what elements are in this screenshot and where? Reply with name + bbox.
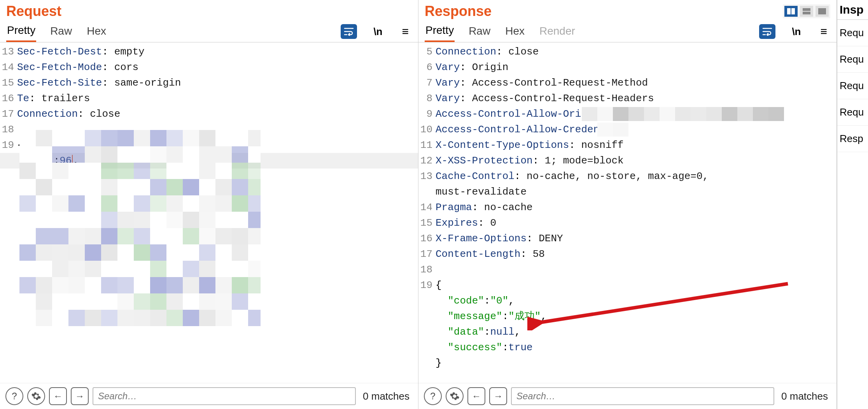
code-line[interactable]: "data":null, (418, 324, 836, 340)
request-header: Request (0, 0, 418, 19)
prev-match-icon[interactable]: ← (49, 387, 67, 405)
help-icon[interactable]: ? (424, 387, 442, 405)
code-line[interactable]: must-revalidate (418, 184, 836, 200)
gear-icon[interactable] (446, 387, 464, 405)
code-line[interactable]: 15Sec-Fetch-Site: same-origin (0, 75, 418, 91)
next-match-icon[interactable]: → (489, 387, 507, 405)
inspector-panel: Insp RequRequRequRequResp (837, 0, 868, 409)
tab-render[interactable]: Render (539, 22, 576, 41)
svg-rect-0 (787, 8, 791, 14)
inspector-item[interactable]: Requ (837, 73, 868, 99)
layout-rows-icon[interactable] (800, 6, 813, 17)
menu-icon[interactable]: ≡ (817, 25, 830, 38)
tab-hex[interactable]: Hex (86, 22, 107, 41)
wrap-toggle-icon[interactable] (759, 24, 775, 39)
tab-pretty[interactable]: Pretty (6, 21, 36, 42)
response-tabrow: Pretty Raw Hex Render \n ≡ (418, 19, 836, 42)
request-code[interactable]: 13Sec-Fetch-Dest: empty14Sec-Fetch-Mode:… (0, 42, 418, 383)
code-line[interactable]: 6Vary: Origin (418, 60, 836, 75)
code-line[interactable]: 10Access-Control-Allow-Credentia (418, 122, 836, 137)
svg-rect-3 (803, 12, 810, 14)
code-line[interactable]: 19{ (418, 277, 836, 293)
inspector-title: Insp (837, 0, 868, 20)
search-input[interactable] (511, 387, 774, 405)
menu-icon[interactable]: ≡ (399, 25, 412, 38)
request-footer: ? ← → 0 matches (0, 383, 418, 409)
prev-match-icon[interactable]: ← (467, 387, 485, 405)
match-count: 0 matches (778, 390, 831, 402)
layout-toggle (783, 4, 830, 18)
code-line[interactable]: 13Sec-Fetch-Dest: empty (0, 44, 418, 60)
code-line[interactable]: "code":"0", (418, 293, 836, 309)
code-line[interactable]: 14Sec-Fetch-Mode: cors (0, 60, 418, 75)
search-input[interactable] (93, 387, 356, 405)
layout-columns-icon[interactable] (784, 6, 798, 17)
tab-raw[interactable]: Raw (468, 22, 491, 41)
code-line[interactable]: 9Access-Control-Allow-Origin : (418, 106, 836, 122)
code-line[interactable]: 8Vary: Access-Control-Request-Headers (418, 91, 836, 106)
newline-icon[interactable]: \n (370, 26, 385, 38)
redacted-strip (582, 107, 792, 121)
code-line[interactable]: 14Pragma: no-cache (418, 200, 836, 215)
wrap-toggle-icon[interactable] (341, 24, 357, 39)
response-panel: Response Pretty Raw Hex Render (418, 0, 837, 409)
code-line[interactable]: 5Connection: close (418, 44, 836, 60)
response-code[interactable]: 5Connection: close6Vary: Origin7Vary: Ac… (418, 42, 836, 383)
redacted-strip (597, 123, 628, 137)
tab-hex[interactable]: Hex (504, 22, 525, 41)
match-count: 0 matches (360, 390, 413, 402)
inspector-item[interactable]: Requ (837, 99, 868, 126)
code-line[interactable]: 16X-Frame-Options: DENY (418, 231, 836, 246)
code-line[interactable]: "success":true (418, 340, 836, 355)
layout-single-icon[interactable] (816, 6, 829, 17)
code-line[interactable]: 12X-XSS-Protection: 1; mode=block (418, 153, 836, 169)
response-title: Response (425, 3, 783, 19)
code-line[interactable]: } (418, 355, 836, 371)
code-line[interactable]: 11X-Content-Type-Options: nosniff (418, 137, 836, 153)
request-panel: Request Pretty Raw Hex \n ≡ 13Sec-Fetch-… (0, 0, 418, 409)
code-line[interactable]: 17Content-Length: 58 (418, 246, 836, 262)
redacted-body-area (19, 130, 261, 332)
code-line[interactable]: 16Te: trailers (0, 91, 418, 106)
tab-raw[interactable]: Raw (49, 22, 73, 41)
svg-rect-4 (818, 8, 826, 14)
code-line[interactable]: 17Connection: close (0, 106, 418, 122)
code-line[interactable]: 15Expires: 0 (418, 215, 836, 231)
tab-pretty[interactable]: Pretty (425, 21, 455, 42)
code-line[interactable]: "message":"成功", (418, 309, 836, 324)
request-tabrow: Pretty Raw Hex \n ≡ (0, 19, 418, 42)
code-line[interactable]: 13Cache-Control: no-cache, no-store, max… (418, 169, 836, 184)
inspector-item[interactable]: Resp (837, 126, 868, 152)
response-footer: ? ← → 0 matches (418, 383, 836, 409)
help-icon[interactable]: ? (5, 387, 23, 405)
svg-rect-1 (791, 8, 795, 14)
code-line[interactable]: 18 (418, 262, 836, 277)
code-line[interactable]: 7Vary: Access-Control-Request-Method (418, 75, 836, 91)
newline-icon[interactable]: \n (789, 26, 804, 38)
inspector-item[interactable]: Requ (837, 20, 868, 46)
inspector-item[interactable]: Requ (837, 46, 868, 73)
gear-icon[interactable] (27, 387, 45, 405)
next-match-icon[interactable]: → (71, 387, 89, 405)
request-title: Request (6, 3, 412, 19)
svg-rect-2 (803, 8, 810, 11)
response-header: Response (418, 0, 836, 19)
